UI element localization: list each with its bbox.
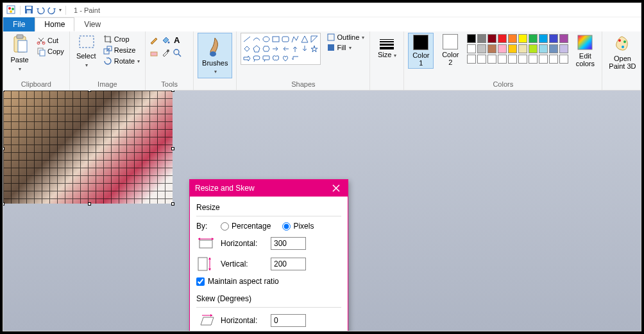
skew-horizontal-icon: [196, 313, 216, 328]
title-bar: ▾ 1 - Paint: [3, 3, 641, 17]
svg-point-17: [168, 42, 170, 44]
edit-colors-button[interactable]: Edit colors: [572, 33, 598, 69]
pencil-tool-icon[interactable]: [149, 35, 158, 46]
window-title: 1 - Paint: [74, 6, 100, 14]
selection-handles[interactable]: [3, 91, 174, 206]
color-swatch[interactable]: [559, 55, 568, 64]
outline-button[interactable]: Outline ▾: [326, 33, 366, 42]
color-swatch[interactable]: [549, 44, 558, 53]
color2-button[interactable]: Color 2: [437, 33, 463, 67]
color-swatch[interactable]: [529, 55, 538, 64]
dialog-title: Resize and Skew: [195, 184, 255, 193]
color-swatch[interactable]: [549, 55, 558, 64]
picker-tool-icon[interactable]: [161, 48, 170, 58]
color-swatch[interactable]: [487, 55, 496, 64]
resize-vertical-icon: [196, 256, 216, 272]
tools-group-label: Tools: [161, 79, 178, 90]
color-swatch[interactable]: [467, 55, 476, 64]
color-swatch[interactable]: [477, 44, 486, 53]
color-swatch[interactable]: [539, 55, 548, 64]
svg-rect-14: [80, 36, 94, 48]
color-swatch[interactable]: [559, 44, 568, 53]
svg-rect-26: [253, 56, 260, 60]
color-swatch[interactable]: [467, 34, 476, 43]
color-swatch[interactable]: [539, 44, 548, 53]
paste-button[interactable]: Paste ▾: [7, 33, 33, 74]
tab-view[interactable]: View: [74, 17, 110, 31]
svg-point-22: [210, 51, 216, 57]
save-icon[interactable]: [24, 5, 33, 15]
redo-icon[interactable]: [47, 5, 56, 15]
text-tool-icon[interactable]: A: [173, 35, 182, 46]
svg-point-2: [12, 8, 14, 10]
shapes-gallery[interactable]: [241, 33, 321, 65]
brushes-button[interactable]: Brushes ▾: [198, 33, 232, 78]
pixels-radio[interactable]: Pixels: [282, 222, 314, 231]
eraser-tool-icon[interactable]: [149, 48, 158, 58]
color-swatch[interactable]: [498, 44, 507, 53]
color-swatch[interactable]: [539, 34, 548, 43]
select-button[interactable]: Select ▾: [74, 33, 99, 70]
svg-point-31: [618, 39, 621, 42]
color-swatch[interactable]: [487, 34, 496, 43]
color-swatch[interactable]: [477, 34, 486, 43]
color1-button[interactable]: Color 1: [408, 33, 434, 69]
svg-point-20: [167, 49, 169, 52]
svg-rect-25: [282, 37, 289, 42]
svg-point-32: [623, 40, 626, 43]
skew-label: Skew (Degrees): [196, 294, 341, 303]
resize-button[interactable]: Resize: [102, 45, 141, 55]
paint3d-button[interactable]: Open Paint 3D: [606, 33, 638, 71]
copy-button[interactable]: Copy: [35, 46, 65, 57]
svg-rect-19: [151, 52, 157, 56]
paint-icon: [6, 4, 16, 16]
close-icon[interactable]: [330, 182, 343, 195]
svg-point-23: [263, 37, 269, 42]
fill-button[interactable]: Fill ▾: [326, 43, 366, 52]
colors-group-label: Colors: [493, 79, 513, 90]
qat-dropdown-icon[interactable]: ▾: [59, 7, 62, 13]
tab-home[interactable]: Home: [35, 17, 74, 31]
tab-file[interactable]: File: [3, 17, 35, 31]
color-swatch[interactable]: [518, 34, 527, 43]
canvas[interactable]: Resize and Skew Resize By: Percentage Pi…: [3, 91, 641, 331]
color-swatch[interactable]: [529, 34, 538, 43]
color-swatch[interactable]: [498, 34, 507, 43]
resize-vertical-input[interactable]: [271, 258, 306, 270]
size-button[interactable]: Size ▾: [374, 33, 400, 60]
color-swatch[interactable]: [498, 55, 507, 64]
svg-rect-35: [198, 258, 207, 270]
color-swatch[interactable]: [508, 55, 517, 64]
shapes-group-label: Shapes: [291, 79, 315, 90]
rotate-button[interactable]: Rotate ▾: [102, 56, 141, 66]
ribbon-tabs: File Home View: [3, 17, 641, 31]
svg-rect-5: [26, 6, 31, 9]
color-swatch[interactable]: [508, 44, 517, 53]
cut-button[interactable]: Cut: [35, 35, 65, 46]
aspect-ratio-checkbox[interactable]: Maintain aspect ratio: [196, 277, 279, 286]
color-swatch[interactable]: [518, 55, 527, 64]
color-swatch[interactable]: [477, 55, 486, 64]
color-palette[interactable]: [467, 33, 568, 64]
svg-point-3: [10, 10, 12, 13]
color-swatch[interactable]: [529, 44, 538, 53]
color-swatch[interactable]: [467, 44, 476, 53]
image-group-label: Image: [97, 79, 117, 90]
percentage-radio[interactable]: Percentage: [221, 222, 271, 231]
crop-button[interactable]: Crop: [102, 34, 141, 44]
color-swatch[interactable]: [559, 34, 568, 43]
color-swatch[interactable]: [518, 44, 527, 53]
zoom-tool-icon[interactable]: [173, 48, 182, 58]
svg-rect-24: [273, 37, 279, 42]
undo-icon[interactable]: [36, 5, 45, 15]
skew-horizontal-input[interactable]: [271, 314, 306, 327]
svg-rect-8: [17, 35, 23, 39]
svg-rect-13: [40, 50, 45, 56]
svg-rect-27: [263, 56, 269, 60]
color-swatch[interactable]: [487, 44, 496, 53]
svg-rect-28: [328, 34, 334, 40]
fill-tool-icon[interactable]: [161, 35, 170, 46]
resize-horizontal-input[interactable]: [271, 237, 306, 250]
color-swatch[interactable]: [549, 34, 558, 43]
color-swatch[interactable]: [508, 34, 517, 43]
